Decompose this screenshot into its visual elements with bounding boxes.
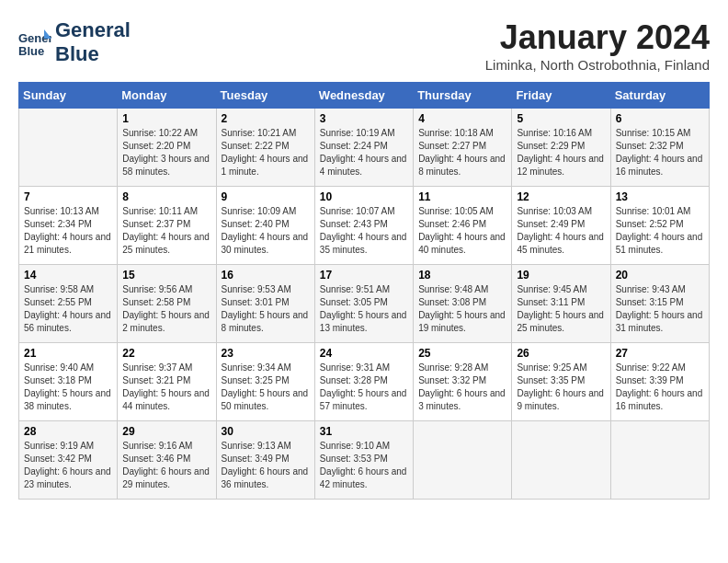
day-info: Sunrise: 9:31 AM Sunset: 3:28 PM Dayligh… — [320, 362, 408, 413]
sunrise-text: Sunrise: 10:22 AM — [122, 127, 210, 140]
day-number: 21 — [24, 347, 112, 360]
day-info: Sunrise: 9:37 AM Sunset: 3:21 PM Dayligh… — [122, 362, 210, 413]
calendar-cell: 25 Sunrise: 9:28 AM Sunset: 3:32 PM Dayl… — [414, 343, 512, 421]
calendar-cell: 28 Sunrise: 9:19 AM Sunset: 3:42 PM Dayl… — [19, 421, 118, 500]
day-number: 7 — [24, 190, 112, 203]
sunset-text: Sunset: 2:37 PM — [122, 218, 210, 231]
day-number: 24 — [320, 347, 408, 360]
sunset-text: Sunset: 3:05 PM — [320, 296, 408, 309]
daylight-text: Daylight: 6 hours and 16 minutes. — [616, 387, 704, 413]
sunrise-text: Sunrise: 9:56 AM — [122, 283, 210, 296]
day-info: Sunrise: 10:13 AM Sunset: 2:34 PM Daylig… — [24, 205, 112, 257]
day-info: Sunrise: 9:53 AM Sunset: 3:01 PM Dayligh… — [222, 283, 310, 335]
sunset-text: Sunset: 2:29 PM — [517, 140, 605, 153]
daylight-text: Daylight: 6 hours and 29 minutes. — [122, 465, 210, 491]
weekday-header: Friday — [512, 83, 610, 109]
calendar-cell: 20 Sunrise: 9:43 AM Sunset: 3:15 PM Dayl… — [610, 265, 709, 343]
daylight-text: Daylight: 4 hours and 30 minutes. — [222, 231, 310, 257]
day-number: 22 — [122, 347, 210, 360]
sunset-text: Sunset: 2:46 PM — [418, 218, 506, 231]
daylight-text: Daylight: 5 hours and 31 minutes. — [616, 309, 704, 335]
day-info: Sunrise: 10:11 AM Sunset: 2:37 PM Daylig… — [122, 205, 210, 257]
calendar-table: SundayMondayTuesdayWednesdayThursdayFrid… — [18, 82, 710, 500]
day-number: 1 — [122, 112, 210, 125]
calendar-cell: 21 Sunrise: 9:40 AM Sunset: 3:18 PM Dayl… — [19, 343, 118, 421]
day-info: Sunrise: 9:48 AM Sunset: 3:08 PM Dayligh… — [418, 283, 506, 335]
day-info: Sunrise: 9:19 AM Sunset: 3:42 PM Dayligh… — [24, 440, 112, 491]
logo: General Blue General Blue — [18, 18, 131, 67]
sunset-text: Sunset: 2:40 PM — [222, 218, 310, 231]
daylight-text: Daylight: 3 hours and 58 minutes. — [122, 153, 210, 178]
daylight-text: Daylight: 4 hours and 25 minutes. — [122, 231, 210, 257]
sunset-text: Sunset: 2:49 PM — [517, 218, 605, 231]
calendar-week-row: 28 Sunrise: 9:19 AM Sunset: 3:42 PM Dayl… — [19, 421, 710, 500]
weekday-header: Tuesday — [216, 83, 314, 109]
daylight-text: Daylight: 6 hours and 36 minutes. — [222, 465, 310, 491]
page-header: General Blue General Blue January 2024 L… — [18, 18, 710, 73]
calendar-cell — [19, 109, 118, 187]
sunset-text: Sunset: 3:53 PM — [320, 453, 408, 465]
day-info: Sunrise: 10:09 AM Sunset: 2:40 PM Daylig… — [222, 205, 310, 257]
daylight-text: Daylight: 5 hours and 13 minutes. — [320, 309, 408, 335]
sunrise-text: Sunrise: 10:01 AM — [616, 205, 704, 218]
sunset-text: Sunset: 3:25 PM — [222, 374, 310, 387]
sunrise-text: Sunrise: 9:37 AM — [122, 362, 210, 374]
day-info: Sunrise: 10:05 AM Sunset: 2:46 PM Daylig… — [418, 205, 506, 257]
sunset-text: Sunset: 2:27 PM — [418, 140, 506, 153]
title-block: January 2024 Liminka, North Ostrobothnia… — [485, 18, 710, 73]
sunrise-text: Sunrise: 9:34 AM — [222, 362, 310, 374]
month-title: January 2024 — [485, 18, 710, 57]
day-number: 25 — [418, 347, 506, 360]
day-info: Sunrise: 9:43 AM Sunset: 3:15 PM Dayligh… — [616, 283, 704, 335]
day-number: 30 — [222, 425, 310, 438]
sunset-text: Sunset: 3:35 PM — [517, 374, 605, 387]
day-info: Sunrise: 10:15 AM Sunset: 2:32 PM Daylig… — [616, 127, 704, 178]
day-info: Sunrise: 9:25 AM Sunset: 3:35 PM Dayligh… — [517, 362, 605, 413]
sunrise-text: Sunrise: 9:19 AM — [24, 440, 112, 453]
calendar-cell — [414, 421, 512, 500]
logo-text: General Blue — [55, 18, 131, 67]
daylight-text: Daylight: 5 hours and 2 minutes. — [122, 309, 210, 335]
sunrise-text: Sunrise: 9:16 AM — [122, 440, 210, 453]
calendar-cell: 2 Sunrise: 10:21 AM Sunset: 2:22 PM Dayl… — [216, 109, 314, 187]
calendar-cell — [610, 421, 709, 500]
day-number: 28 — [24, 425, 112, 438]
day-info: Sunrise: 9:34 AM Sunset: 3:25 PM Dayligh… — [222, 362, 310, 413]
sunrise-text: Sunrise: 9:13 AM — [222, 440, 310, 453]
daylight-text: Daylight: 5 hours and 19 minutes. — [418, 309, 506, 335]
day-info: Sunrise: 10:01 AM Sunset: 2:52 PM Daylig… — [616, 205, 704, 257]
sunset-text: Sunset: 2:22 PM — [222, 140, 310, 153]
sunset-text: Sunset: 3:01 PM — [222, 296, 310, 309]
day-number: 6 — [616, 112, 704, 125]
day-number: 8 — [122, 190, 210, 203]
sunrise-text: Sunrise: 10:18 AM — [418, 127, 506, 140]
weekday-header: Wednesday — [314, 83, 413, 109]
sunrise-text: Sunrise: 10:11 AM — [122, 205, 210, 218]
calendar-cell: 18 Sunrise: 9:48 AM Sunset: 3:08 PM Dayl… — [414, 265, 512, 343]
daylight-text: Daylight: 5 hours and 38 minutes. — [24, 387, 112, 413]
calendar-cell: 9 Sunrise: 10:09 AM Sunset: 2:40 PM Dayl… — [216, 187, 314, 265]
sunrise-text: Sunrise: 9:10 AM — [320, 440, 408, 453]
sunset-text: Sunset: 3:08 PM — [418, 296, 506, 309]
day-number: 5 — [517, 112, 605, 125]
daylight-text: Daylight: 4 hours and 40 minutes. — [418, 231, 506, 257]
sunset-text: Sunset: 3:28 PM — [320, 374, 408, 387]
day-info: Sunrise: 9:51 AM Sunset: 3:05 PM Dayligh… — [320, 283, 408, 335]
calendar-cell: 8 Sunrise: 10:11 AM Sunset: 2:37 PM Dayl… — [118, 187, 216, 265]
calendar-cell: 6 Sunrise: 10:15 AM Sunset: 2:32 PM Dayl… — [610, 109, 709, 187]
sunrise-text: Sunrise: 9:48 AM — [418, 283, 506, 296]
sunrise-text: Sunrise: 10:21 AM — [222, 127, 310, 140]
calendar-cell: 3 Sunrise: 10:19 AM Sunset: 2:24 PM Dayl… — [314, 109, 413, 187]
daylight-text: Daylight: 4 hours and 1 minute. — [222, 153, 310, 178]
daylight-text: Daylight: 4 hours and 16 minutes. — [616, 153, 704, 178]
day-number: 27 — [616, 347, 704, 360]
daylight-text: Daylight: 6 hours and 9 minutes. — [517, 387, 605, 413]
day-number: 16 — [222, 269, 310, 282]
day-number: 9 — [222, 190, 310, 203]
weekday-header-row: SundayMondayTuesdayWednesdayThursdayFrid… — [19, 83, 710, 109]
weekday-header: Thursday — [414, 83, 512, 109]
sunrise-text: Sunrise: 9:31 AM — [320, 362, 408, 374]
sunrise-text: Sunrise: 10:03 AM — [517, 205, 605, 218]
day-info: Sunrise: 9:22 AM Sunset: 3:39 PM Dayligh… — [616, 362, 704, 413]
sunset-text: Sunset: 3:49 PM — [222, 453, 310, 465]
